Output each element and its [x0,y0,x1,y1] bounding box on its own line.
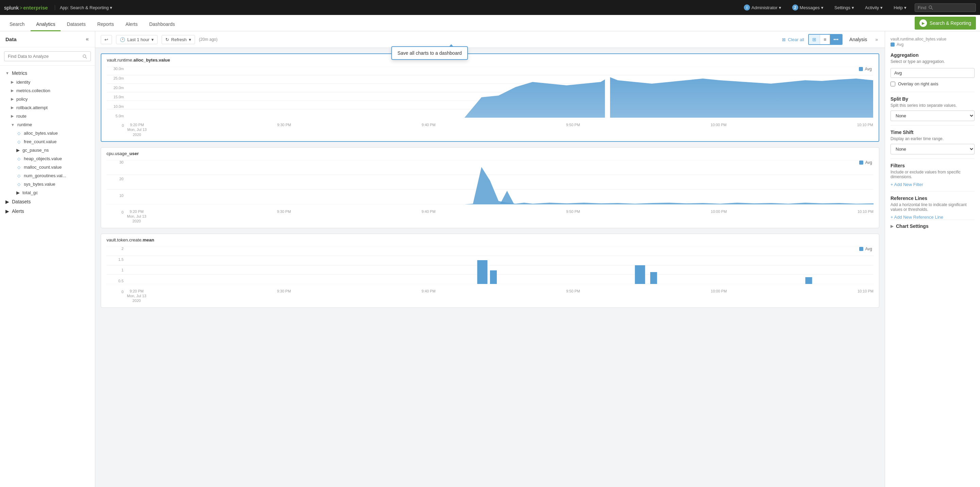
tree-leaf-malloc-count[interactable]: ◇ malloc_count.value [0,163,95,171]
add-filter-link[interactable]: + Add New Filter [891,182,975,187]
tab-analytics[interactable]: Analytics [30,18,60,31]
chart1-x-axis: 9:20 PM Mon, Jul 13 2020 9:30 PM 9:40 PM… [127,122,873,137]
chart-settings-label: Chart Settings [896,224,929,229]
tab-reports[interactable]: Reports [92,18,119,31]
svg-rect-27 [805,277,812,284]
tab-datasets[interactable]: Datasets [61,18,91,31]
svg-rect-11 [605,77,610,118]
tree-item-rollback[interactable]: ▶ rollback.attempt [0,103,95,112]
tree-item-policy[interactable]: ▶ policy [0,95,95,103]
tree-item-runtime[interactable]: ▼ runtime [0,121,95,129]
chart-cpu-usage[interactable]: cpu.usage_user Avg 30 20 10 0 [101,147,879,228]
chart-token-create[interactable]: vault.token.create.mean Avg 2 1.5 1 0.5 … [101,234,879,308]
svg-marker-16 [107,167,873,205]
chart2-x-label-0: 9:20 PM Mon, Jul 13 2020 [127,209,146,224]
chart2-x-label-2: 9:40 PM [422,209,436,224]
tab-search[interactable]: Search [4,18,30,31]
chart1-x-label-1: 9:30 PM [277,122,291,137]
add-reference-line-link[interactable]: + Add New Reference Line [891,214,975,220]
divider-4 [891,191,975,192]
malloc-count-metric-icon: ◇ [16,165,21,170]
settings-menu[interactable]: Settings ▾ [832,4,857,11]
activity-menu[interactable]: Activity ▾ [862,4,885,11]
save-dashboard-tooltip[interactable]: Save all charts to a dashboard [391,46,468,60]
split-by-select[interactable]: None [891,111,975,121]
refresh-ago: (20m ago) [199,37,218,42]
content-area: ↩ 🕐 Last 1 hour ▾ ↻ Refresh ▾ (20m ago) … [95,31,885,487]
chart2-x-label-4: 10:00 PM [711,209,727,224]
chart1-body: Avg 30.0m 25.0m 20.0m 15.0m 10.0m 5.0m 0 [102,64,878,141]
runtime-chevron-icon: ▼ [11,123,14,127]
tab-alerts[interactable]: Alerts [120,18,143,31]
time-shift-select[interactable]: None [891,144,975,154]
chart3-x-axis: 9:20 PM Mon, Jul 13 2020 9:30 PM 9:40 PM… [127,289,873,303]
messages-menu[interactable]: 2 Messages ▾ [789,3,826,12]
chart2-title: cpu.usage_user [101,148,879,157]
collapse-sidebar-button[interactable]: « [85,35,89,43]
search-icon [82,54,87,59]
chart3-x-label-3: 9:50 PM [566,289,580,303]
search-input-container[interactable] [4,51,91,61]
overlay-checkbox[interactable] [891,82,895,86]
tree-leaf-num-goroutines[interactable]: ◇ num_goroutines.val... [0,171,95,180]
grid-view-button[interactable]: ⊞ [809,35,820,44]
refresh-icon: ↻ [165,37,169,42]
tree-leaf-total-gc[interactable]: ▶ total_gc [0,189,95,197]
chart-alloc-bytes[interactable]: vault.runtime.alloc_bytes.value Avg 30.0… [101,53,879,142]
aggregation-input[interactable] [891,68,975,78]
tree-section-metrics[interactable]: ▼ Metrics [0,68,95,78]
alloc-bytes-metric-icon: ◇ [16,131,21,136]
filters-desc: Include or exclude values from specific … [891,170,975,179]
main-layout: Data « ▼ Metrics ▶ identity ▶ metrics.co… [0,31,980,487]
chart1-x-label-0: 9:20 PM Mon, Jul 13 2020 [127,122,147,137]
search-reporting-button[interactable]: ▶ Search & Reporting [915,17,976,30]
refresh-dropdown-icon: ▾ [189,37,191,42]
chart1-x-label-2: 9:40 PM [422,122,436,137]
help-menu[interactable]: Help ▾ [891,4,909,11]
tree-item-route[interactable]: ▶ route [0,112,95,121]
svg-rect-24 [490,270,497,284]
toolbar: ↩ 🕐 Last 1 hour ▾ ↻ Refresh ▾ (20m ago) … [95,31,885,48]
num-goroutines-metric-icon: ◇ [16,173,21,178]
tree-section-alerts[interactable]: ▶ Alerts [0,206,95,216]
tree-leaf-gc-pause[interactable]: ▶ gc_pause_ns [0,146,95,154]
chart1-x-label-5: 10:10 PM [857,122,873,137]
clear-all-button[interactable]: ⊠ Clear all [782,37,804,42]
heap-objects-metric-icon: ◇ [16,156,21,161]
tab-dashboards[interactable]: Dashboards [143,18,180,31]
time-shift-desc: Display an earlier time range. [891,136,975,141]
list-view-button[interactable]: ≡ [820,35,830,44]
search-input[interactable] [8,54,80,59]
admin-menu[interactable]: i Administrator ▾ [741,3,784,12]
svg-line-1 [932,8,933,10]
tree-leaf-alloc-bytes[interactable]: ◇ alloc_bytes.value [0,129,95,137]
more-options-button[interactable]: ••• [830,35,842,44]
gc-pause-chevron-icon: ▶ [16,148,20,153]
app-selector[interactable]: App: Search & Reporting ▾ [55,5,112,10]
search-box-wrapper [0,47,95,66]
chart1-x-label-3: 9:50 PM [566,122,580,137]
tree-leaf-heap-objects[interactable]: ◇ heap_objects.value [0,154,95,163]
chart-settings-chevron-icon: ▶ [891,224,893,228]
refresh-button[interactable]: ↻ Refresh ▾ [162,35,195,44]
tree-leaf-free-count[interactable]: ◇ free_count.value [0,137,95,146]
back-button[interactable]: ↩ [101,35,112,44]
metrics-label: Metrics [12,70,27,76]
tree-section-datasets[interactable]: ▶ Datasets [0,197,95,206]
divider-2 [891,125,975,125]
chart-settings-section[interactable]: ▶ Chart Settings [891,220,975,232]
tree-item-metrics-collection[interactable]: ▶ metrics.collection [0,86,95,95]
chart3-body: Avg 2 1.5 1 0.5 0 [101,244,879,308]
chart1-x-label-4: 10:00 PM [711,122,727,137]
tree-leaf-sys-bytes[interactable]: ◇ sys_bytes.value [0,180,95,189]
tree-item-identity[interactable]: ▶ identity [0,78,95,86]
view-toggle-group: ⊞ ≡ ••• [808,34,843,45]
more-icon: ••• [833,37,838,42]
chart3-svg [107,247,873,284]
datasets-chevron-icon: ▶ [5,199,9,205]
list-icon: ≡ [824,37,826,42]
find-box[interactable]: Find [915,3,976,12]
chart1-svg [107,67,873,118]
time-range-button[interactable]: 🕐 Last 1 hour ▾ [116,35,158,44]
expand-button[interactable]: » [874,35,879,44]
